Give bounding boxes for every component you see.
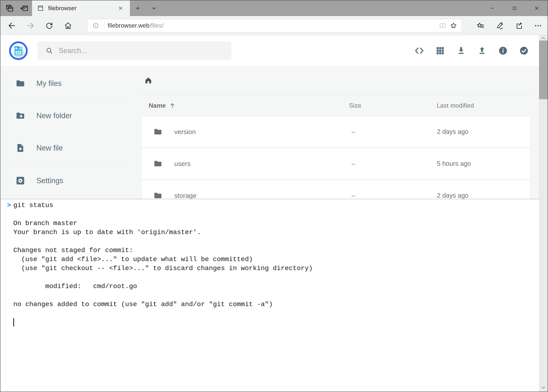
url-text: filebrowser.web/files/ [108,22,164,29]
tab-preview-icon [5,4,14,13]
search-icon [45,47,53,55]
terminal-output-line: Your branch is up to date with 'origin/m… [13,228,535,237]
titlebar: filebrowser [0,0,548,16]
favorites-hub-button[interactable] [471,16,490,35]
header-actions [409,41,534,61]
terminal-output-line: modified: cmd/root.go [13,282,535,291]
url-host: filebrowser.web [108,22,149,29]
column-header-size[interactable]: Size [349,102,437,109]
sidebar-divider [0,99,127,100]
minimize-button[interactable] [481,0,503,16]
column-header-name[interactable]: Name [149,102,349,109]
scrollbar-thumb[interactable] [539,41,548,99]
tab-favicon-icon [37,5,44,12]
terminal-output-line: (use "git checkout -- <file>..." to disc… [13,264,535,273]
close-window-button[interactable] [526,0,548,16]
search-input[interactable]: Search... [38,42,231,60]
sidebar-label: My files [36,79,62,88]
browser-window: filebrowser [0,0,548,392]
new-tab-button[interactable] [130,0,146,16]
info-button[interactable] [493,41,513,61]
file-modified: 2 days ago [437,128,530,135]
terminal-command: git status [13,202,53,209]
terminal-cursor-line [13,318,535,327]
scroll-down-button[interactable] [539,385,548,390]
terminal-output-line [13,309,535,318]
listing-column-headers: Name Size Last modified [127,95,539,116]
file-name: users [174,160,191,168]
file-size: – [349,160,437,167]
refresh-button[interactable] [40,16,59,35]
tab-close-button[interactable] [116,4,125,13]
new-file-icon [15,143,25,153]
column-header-modified[interactable]: Last modified [437,102,539,109]
site-info-button[interactable] [90,20,101,31]
row-name-cell: users [142,159,349,168]
file-modified: 2 days ago [437,192,530,199]
file-size: – [349,192,437,199]
scroll-up-button[interactable] [539,36,548,41]
address-bar[interactable]: filebrowser.web/files/ [87,19,462,32]
select-multiple-button[interactable] [513,41,534,61]
new-folder-icon [15,111,25,121]
web-note-pen-button[interactable] [490,16,509,35]
address-divider [104,21,104,30]
file-modified: 5 hours ago [437,160,530,167]
url-path: /files/ [149,22,164,29]
raw-code-button[interactable] [409,41,430,61]
file-row-version[interactable]: version – 2 days ago [142,116,530,147]
sidebar-label: Settings [36,176,63,185]
search-placeholder: Search... [59,47,87,55]
file-name: storage [174,192,196,199]
maximize-button[interactable] [503,0,526,16]
terminal-cursor [13,318,14,326]
file-size: – [349,128,437,135]
sidebar-item-my-files[interactable]: My files [0,69,127,98]
sidebar-label: New folder [36,112,72,120]
sidebar-label: New file [36,144,63,152]
sidebar-item-new-folder[interactable]: New folder [0,101,127,130]
home-button[interactable] [59,16,77,35]
terminal-output-line: On branch master [13,219,535,228]
filebrowser-logo[interactable] [9,41,28,60]
set-tabs-aside-button[interactable] [17,0,31,16]
navigation-bar: filebrowser.web/files/ [0,16,548,35]
set-tabs-aside-icon [20,4,28,13]
breadcrumb [127,66,539,94]
row-name-cell: version [142,127,349,136]
sidebar-item-settings[interactable]: Settings [0,166,127,195]
upload-button[interactable] [472,41,493,61]
column-label: Name [149,102,166,109]
file-row-users[interactable]: users – 5 hours ago [142,148,530,179]
folder-icon [153,127,163,136]
file-name: version [174,128,196,136]
terminal-panel[interactable]: >git status On branch master Your branch… [0,199,539,392]
forward-button[interactable] [21,16,40,35]
sort-ascending-icon [169,102,176,109]
terminal-output-line [13,291,535,300]
folder-icon [15,78,25,88]
sidebar-divider [0,164,127,164]
terminal-output-line [13,210,535,219]
share-button[interactable] [509,16,528,35]
terminal-output-line: Changes not staged for commit: [13,246,535,255]
reading-view-button[interactable] [437,20,448,31]
terminal-output-line [13,273,535,282]
add-favorite-star-button[interactable] [448,20,459,31]
sidebar-item-new-file[interactable]: New file [0,133,127,163]
browser-tab[interactable]: filebrowser [32,0,130,16]
terminal-output-line: no changes added to commit (use "git add… [13,300,535,309]
tab-list-dropdown-button[interactable] [146,0,162,16]
terminal-prompt-line: >git status [13,201,535,210]
back-button[interactable] [2,16,21,35]
breadcrumb-home-icon[interactable] [144,76,153,85]
more-options-button[interactable] [528,16,548,35]
download-button[interactable] [451,41,472,61]
page-scrollbar[interactable] [539,35,548,392]
tab-title: filebrowser [48,5,76,12]
terminal-output-line: (use "git add <file>..." to update what … [13,255,535,264]
grid-view-button[interactable] [430,41,451,61]
settings-gear-icon [15,175,25,186]
tab-preview-button[interactable] [2,0,17,16]
terminal-output-line [13,237,535,246]
